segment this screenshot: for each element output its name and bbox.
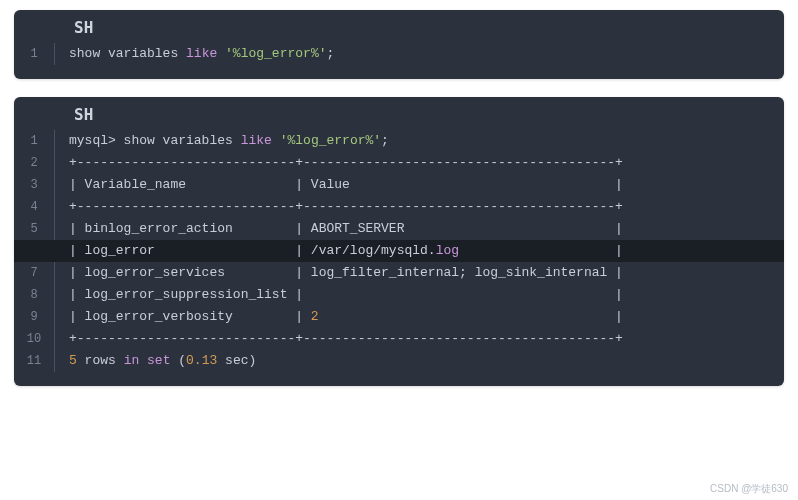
token: set (147, 353, 170, 368)
line-number-gutter: 1 (14, 43, 54, 65)
code-line[interactable]: +----------------------------+----------… (69, 196, 784, 218)
token: | log_error_suppression_list | | (69, 287, 623, 302)
token: +----------------------------+----------… (69, 331, 623, 346)
token: '%log_error%' (280, 133, 381, 148)
line-number: 8 (14, 284, 54, 306)
token: | Variable_name | Value | (69, 177, 623, 192)
line-number: 9 (14, 306, 54, 328)
token: | (459, 243, 623, 258)
code-line[interactable]: +----------------------------+----------… (69, 328, 784, 350)
token: | (319, 309, 623, 324)
code-line[interactable]: | log_error | /var/log/mysqld.log | (14, 240, 784, 262)
line-number: 5 (14, 218, 54, 240)
code-line[interactable]: | log_error_suppression_list | | (69, 284, 784, 306)
token: rows (77, 353, 124, 368)
code-line[interactable]: 5 rows in set (0.13 sec) (69, 350, 784, 372)
line-number: 11 (14, 350, 54, 372)
token: ( (170, 353, 186, 368)
language-label: SH (14, 97, 784, 130)
token: like (186, 46, 217, 61)
code-line[interactable]: | log_error_services | log_filter_intern… (69, 262, 784, 284)
token: +----------------------------+----------… (69, 199, 623, 214)
line-number: 7 (14, 262, 54, 284)
code-line[interactable]: | binlog_error_action | ABORT_SERVER | (69, 218, 784, 240)
line-number: 2 (14, 152, 54, 174)
code-body: 1234567891011mysql> show variables like … (14, 130, 784, 386)
token: | log_error | /var/log/mysqld. (69, 243, 436, 258)
token: log (436, 243, 459, 258)
code-lines[interactable]: mysql> show variables like '%log_error%'… (54, 130, 784, 372)
line-number: 1 (14, 130, 54, 152)
token: +----------------------------+----------… (69, 155, 623, 170)
token: show variables (69, 46, 186, 61)
code-block: SH1234567891011mysql> show variables lik… (14, 97, 784, 386)
code-line[interactable]: show variables like '%log_error%'; (69, 43, 784, 65)
token: ; (326, 46, 334, 61)
code-line[interactable]: | Variable_name | Value | (69, 174, 784, 196)
token: like (241, 133, 272, 148)
code-body: 1show variables like '%log_error%'; (14, 43, 784, 79)
token (217, 46, 225, 61)
token (272, 133, 280, 148)
token: | log_error_services | log_filter_intern… (69, 265, 623, 280)
token: 0.13 (186, 353, 217, 368)
token: '%log_error%' (225, 46, 326, 61)
token (139, 353, 147, 368)
token: sec) (217, 353, 256, 368)
token: | binlog_error_action | ABORT_SERVER | (69, 221, 623, 236)
language-label: SH (14, 10, 784, 43)
code-line[interactable]: mysql> show variables like '%log_error%'… (69, 130, 784, 152)
token: 2 (311, 309, 319, 324)
line-number: 10 (14, 328, 54, 350)
token: mysql> show variables (69, 133, 241, 148)
code-block: SH1show variables like '%log_error%'; (14, 10, 784, 79)
line-number: 4 (14, 196, 54, 218)
token: | log_error_verbosity | (69, 309, 311, 324)
code-line[interactable]: | log_error_verbosity | 2 | (69, 306, 784, 328)
code-lines[interactable]: show variables like '%log_error%'; (54, 43, 784, 65)
line-number: 3 (14, 174, 54, 196)
token: 5 (69, 353, 77, 368)
token: ; (381, 133, 389, 148)
token: in (124, 353, 140, 368)
line-number: 1 (14, 43, 54, 65)
code-line[interactable]: +----------------------------+----------… (69, 152, 784, 174)
